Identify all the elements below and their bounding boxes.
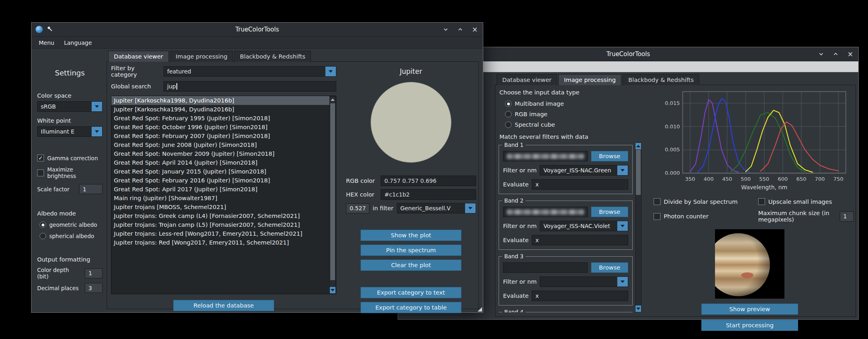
list-item[interactable]: Jupiter trojans: Trojan camp (L5) [Forna… (111, 220, 329, 229)
scroll-up-icon[interactable] (330, 96, 335, 103)
list-item[interactable]: Great Red Spot: February 1995 (Jupiter) … (111, 114, 329, 123)
list-item[interactable]: Great Red Spot: April 2017 (Jupiter) [Si… (111, 185, 329, 194)
chevron-down-icon[interactable] (92, 102, 102, 111)
show-plot-button[interactable]: Show the plot (361, 230, 461, 241)
hex-color-field[interactable]: #c1c1b2 (381, 189, 476, 200)
minimize-icon[interactable] (818, 51, 824, 57)
spectra-list[interactable]: Jupiter [Karkoschka1998, Dyudina2016b] J… (111, 96, 336, 294)
list-item[interactable]: Great Red Spot: February 2016 (Jupiter) … (111, 176, 329, 185)
list-item[interactable]: Jupiter [Karkoschka1998, Dyudina2016b] (111, 96, 329, 105)
checkbox-icon (37, 170, 44, 176)
scroll-down-icon[interactable] (330, 287, 335, 293)
radio-rgb-image[interactable]: RGB image (505, 111, 642, 117)
chevron-down-icon[interactable] (617, 165, 628, 175)
tab-blackbody-redshifts[interactable]: Blackbody & Redshifts (234, 51, 311, 62)
band-3-evaluate-input[interactable]: x (532, 291, 628, 301)
list-item[interactable]: Jupiter [Karkoschka1994, Dyudina2016b] (111, 105, 329, 114)
chevron-down-icon[interactable] (617, 277, 628, 287)
export-category-table-button[interactable]: Export category to table (361, 302, 461, 313)
tab-database-viewer[interactable]: Database viewer (497, 74, 557, 85)
radio-spherical-albedo[interactable]: spherical albedo (40, 233, 103, 239)
band-3-browse-button[interactable]: Browse (591, 262, 628, 273)
chevron-down-icon[interactable] (325, 67, 336, 76)
bands-scrollbar[interactable] (635, 142, 642, 312)
band-1-path-input[interactable] (503, 151, 588, 161)
chevron-down-icon[interactable] (465, 203, 476, 213)
band-1-browse-button[interactable]: Browse (591, 151, 628, 161)
scrollbar-handle[interactable] (330, 103, 335, 280)
tab-blackbody-redshifts[interactable]: Blackbody & Redshifts (623, 74, 699, 85)
chunk-size-input[interactable]: 1 (840, 211, 854, 222)
svg-text:0.015: 0.015 (665, 100, 680, 106)
maximize-icon[interactable] (457, 26, 463, 33)
filter-dropdown[interactable]: Generic_Bessell.V (397, 203, 476, 213)
minimize-icon[interactable] (442, 26, 449, 33)
reload-database-button[interactable]: Reload the database (173, 300, 274, 311)
band-1-filter-dropdown[interactable]: Voyager_ISS-NAC.Green (540, 165, 628, 176)
titlebar[interactable]: TrueColorTools × (31, 23, 483, 37)
menu-item-language[interactable]: Language (60, 38, 96, 48)
menu-item-menu[interactable]: Menu (35, 38, 58, 48)
list-item[interactable]: Jupiter trojans [MBOSS, Schemel2021] (111, 203, 329, 211)
band-3-group: Band 3 Browse Filter or nm (499, 256, 633, 306)
band-3-filter-dropdown[interactable] (540, 276, 628, 287)
tab-database-viewer[interactable]: Database viewer (108, 51, 169, 62)
pin-icon[interactable] (47, 26, 52, 33)
chevron-down-icon[interactable] (617, 221, 628, 231)
radio-spectral-cube[interactable]: Spectral cube (505, 121, 642, 128)
list-item[interactable]: Great Red Spot: January 2015 (Jupiter) [… (111, 167, 329, 176)
decimal-places-input[interactable]: 3 (85, 283, 103, 293)
checkbox-gamma-correction[interactable]: ✓ Gamma correction (37, 155, 103, 161)
checkbox-photon-counter[interactable]: Photon counter (654, 213, 753, 220)
list-item[interactable]: Jupiter trojans: Greek camp (L4) [Fornas… (111, 211, 329, 220)
list-item[interactable]: Jupiter trojans: Red [Wong2017, Emery201… (111, 238, 329, 247)
white-point-dropdown[interactable]: Illuminant E (37, 126, 103, 137)
category-dropdown[interactable]: featured (164, 66, 336, 77)
list-item[interactable]: Great Red Spot: October 1996 (Jupiter) [… (111, 123, 329, 132)
scrollbar-handle[interactable] (636, 150, 641, 195)
checkbox-maximize-brightness[interactable]: Maximize brightness (37, 166, 103, 179)
band-2-filter-dropdown[interactable]: Voyager_ISS-NAC.Violet (540, 221, 628, 231)
global-search-input[interactable]: jup (164, 81, 336, 92)
tab-image-processing[interactable]: Image processing (170, 51, 233, 62)
band-2-browse-button[interactable]: Browse (591, 207, 628, 217)
list-item[interactable]: Jupiter trojans: Less-red [Wong2017, Eme… (111, 229, 329, 238)
settings-sidebar: Settings Color space sRGB White point Il… (35, 51, 105, 310)
scroll-down-icon[interactable] (635, 306, 641, 312)
export-category-text-button[interactable]: Export category to text (361, 287, 461, 298)
hex-color-label: HEX color (346, 191, 377, 198)
global-search-label: Global search (111, 83, 160, 90)
tab-bar: Database viewer Image processing Blackbo… (107, 51, 479, 62)
list-item[interactable]: Main ring (Jupiter) [Showalter1987] (111, 194, 329, 203)
band-1-evaluate-input[interactable]: x (532, 179, 628, 190)
brightness-input[interactable]: 0.527 (346, 203, 369, 213)
pin-spectrum-button[interactable]: Pin the spectrum (361, 245, 461, 256)
color-space-dropdown[interactable]: sRGB (37, 101, 103, 112)
resize-grip[interactable] (478, 307, 482, 312)
filters-chart: 3504004505005506006507007500.0000.0050.0… (660, 87, 850, 193)
close-icon[interactable]: × (472, 26, 478, 33)
tab-image-processing[interactable]: Image processing (558, 74, 621, 85)
chevron-down-icon[interactable] (92, 127, 102, 136)
checkbox-divide-solar[interactable]: Divide by Solar spectrum (654, 198, 753, 205)
color-depth-input[interactable]: 1 (85, 268, 103, 278)
scale-factor-input[interactable]: 1 (79, 184, 103, 194)
show-preview-button[interactable]: Show preview (701, 303, 798, 315)
checkbox-upscale[interactable]: Upscale small images (758, 198, 854, 205)
maximize-icon[interactable] (832, 51, 839, 57)
list-item[interactable]: Great Red Spot: April 2014 (Jupiter) [Si… (111, 158, 329, 167)
band-3-path-input[interactable] (503, 262, 588, 273)
close-icon[interactable]: × (847, 51, 853, 57)
radio-geometric-albedo[interactable]: geometric albedo (40, 222, 103, 228)
band-2-path-input[interactable] (503, 207, 588, 217)
list-scrollbar[interactable] (329, 96, 336, 294)
band-2-evaluate-input[interactable]: x (532, 235, 628, 245)
radio-multiband-image[interactable]: Multiband image (505, 100, 642, 107)
clear-plot-button[interactable]: Clear the plot (361, 259, 461, 271)
list-item[interactable]: Great Red Spot: June 2008 (Jupiter) [Sim… (111, 140, 329, 149)
rgb-color-field[interactable]: 0.757 0.757 0.696 (381, 176, 476, 186)
list-item[interactable]: Great Red Spot: November 2009 (Jupiter) … (111, 149, 329, 158)
list-item[interactable]: Great Red Spot: February 2007 (Jupiter) … (111, 132, 329, 140)
start-processing-button[interactable]: Start processing (701, 320, 798, 331)
scroll-up-icon[interactable] (635, 143, 641, 149)
